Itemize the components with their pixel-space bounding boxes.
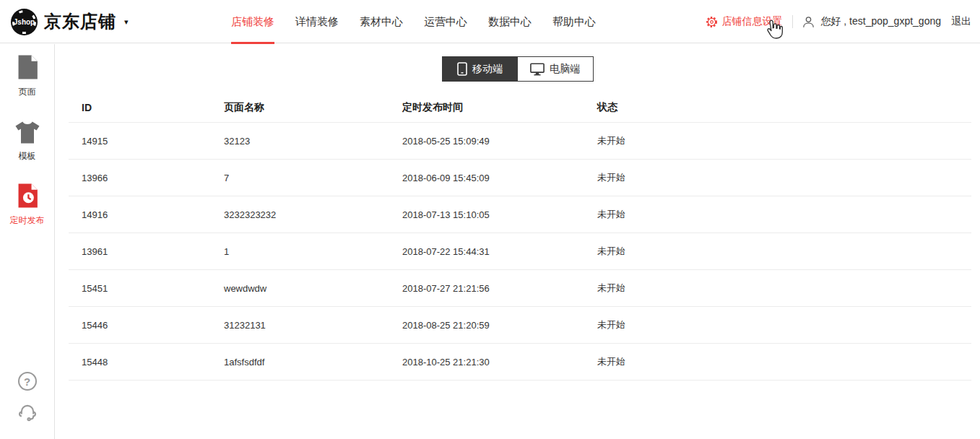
greeting-text: 您好 , test_pop_gxpt_gong	[820, 15, 941, 28]
cell-publish-time: 2018-07-22 15:44:31	[402, 246, 597, 257]
cell-page-name: 31232131	[224, 320, 402, 331]
sidebar-item-label: 页面	[19, 86, 36, 98]
cell-page-name: 32123	[224, 136, 402, 147]
divider	[792, 15, 793, 28]
col-header-page-name: 页面名称	[224, 101, 402, 114]
sidebar-item-label: 模板	[19, 150, 36, 162]
cell-status: 未开始	[597, 134, 971, 147]
cell-publish-time: 2018-06-09 15:45:09	[402, 173, 597, 183]
table-row: 14915 32123 2018-05-25 15:09:49 未开始	[69, 123, 971, 160]
cell-status: 未开始	[597, 355, 971, 368]
jshop-logo-icon: Jshop	[11, 9, 38, 35]
sidebar-item-templates[interactable]: 模板	[14, 121, 40, 162]
schedule-publish-icon	[15, 183, 40, 212]
help-icon[interactable]: ?	[18, 372, 37, 391]
nav-tab-detail-decor[interactable]: 详情装修	[295, 0, 339, 43]
toggle-desktop-button[interactable]: 电脑端	[518, 57, 593, 81]
settings-label: 店铺信息设置	[721, 15, 782, 28]
cell-id: 15451	[82, 283, 224, 294]
user-info: 您好 , test_pop_gxpt_gong	[802, 15, 941, 29]
table-row: 13966 7 2018-06-09 15:45:09 未开始	[69, 160, 971, 196]
template-icon	[14, 121, 40, 147]
sidebar-item-scheduled-publish[interactable]: 定时发布	[10, 183, 45, 227]
mobile-icon	[457, 62, 467, 76]
cell-page-name: 1	[224, 246, 402, 257]
cell-id: 15448	[82, 357, 224, 368]
table-row: 15446 31232131 2018-08-25 21:20:59 未开始	[69, 307, 971, 344]
table-row: 14916 3232323232 2018-07-13 15:10:05 未开始	[69, 196, 971, 233]
cell-id: 14916	[82, 209, 224, 220]
logout-button[interactable]: 退出	[951, 15, 971, 28]
scheduled-publish-table: ID 页面名称 定时发布时间 状态 14915 32123 2018-05-25…	[69, 93, 971, 381]
logo[interactable]: Jshop 京东店铺 ▾	[11, 0, 129, 43]
cell-page-name: 3232323232	[224, 209, 402, 220]
table-row: 13961 1 2018-07-22 15:44:31 未开始	[69, 233, 971, 270]
nav-tab-operation-center[interactable]: 运营中心	[424, 0, 467, 43]
left-sidebar: 页面 模板 定时发布 ?	[0, 44, 55, 439]
cell-page-name: wewdwdw	[224, 283, 402, 294]
cell-publish-time: 2018-07-27 21:21:56	[402, 283, 597, 294]
desktop-icon	[530, 63, 545, 76]
col-header-status: 状态	[597, 101, 971, 114]
col-header-id: ID	[82, 102, 224, 113]
cell-publish-time: 2018-05-25 15:09:49	[402, 136, 597, 147]
toggle-mobile-button[interactable]: 移动端	[443, 57, 518, 81]
cell-status: 未开始	[597, 318, 971, 331]
table-header-row: ID 页面名称 定时发布时间 状态	[69, 93, 971, 123]
page-icon	[15, 54, 40, 83]
nav-tab-shop-decor[interactable]: 店铺装修	[231, 0, 274, 43]
cell-status: 未开始	[597, 208, 971, 221]
app-title: 京东店铺	[44, 10, 116, 33]
device-toggle: 移动端 电脑端	[55, 56, 980, 82]
cell-id: 13961	[82, 246, 224, 257]
main-content: 移动端 电脑端 ID 页面名称 定时发布时间 状态 14915	[55, 44, 980, 439]
top-header: Jshop 京东店铺 ▾ 店铺装修 详情装修 素材中心 运营中心 数据中心 帮助…	[0, 0, 980, 43]
col-header-publish-time: 定时发布时间	[402, 101, 597, 114]
table-row: 15451 wewdwdw 2018-07-27 21:21:56 未开始	[69, 270, 971, 307]
cell-publish-time: 2018-07-13 15:10:05	[402, 209, 597, 220]
nav-tab-data-center[interactable]: 数据中心	[488, 0, 532, 43]
chevron-down-icon: ▾	[124, 17, 129, 27]
customer-service-icon[interactable]	[17, 401, 38, 425]
user-icon	[802, 15, 815, 29]
gear-icon	[706, 16, 718, 28]
sidebar-bottom-icons: ?	[17, 372, 38, 425]
cell-publish-time: 2018-08-25 21:20:59	[402, 320, 597, 331]
header-right: 店铺信息设置 您好 , test_pop_gxpt_gong 退出	[706, 0, 971, 43]
cell-page-name: 1afsfsdfdf	[224, 357, 402, 368]
nav-tab-material-center[interactable]: 素材中心	[360, 0, 403, 43]
cell-status: 未开始	[597, 245, 971, 258]
sidebar-item-pages[interactable]: 页面	[15, 54, 40, 98]
cell-status: 未开始	[597, 171, 971, 184]
nav-tab-help-center[interactable]: 帮助中心	[552, 0, 596, 43]
table-row: 15448 1afsfsdfdf 2018-10-25 21:21:30 未开始	[69, 344, 971, 381]
cell-publish-time: 2018-10-25 21:21:30	[402, 357, 597, 368]
shop-info-settings-link[interactable]: 店铺信息设置	[706, 15, 782, 28]
cell-id: 14915	[82, 136, 224, 147]
main-nav: 店铺装修 详情装修 素材中心 运营中心 数据中心 帮助中心	[231, 0, 596, 43]
cell-id: 13966	[82, 173, 224, 183]
cell-status: 未开始	[597, 282, 971, 295]
cell-id: 15446	[82, 320, 224, 331]
cell-page-name: 7	[224, 173, 402, 183]
sidebar-item-label: 定时发布	[10, 214, 45, 227]
